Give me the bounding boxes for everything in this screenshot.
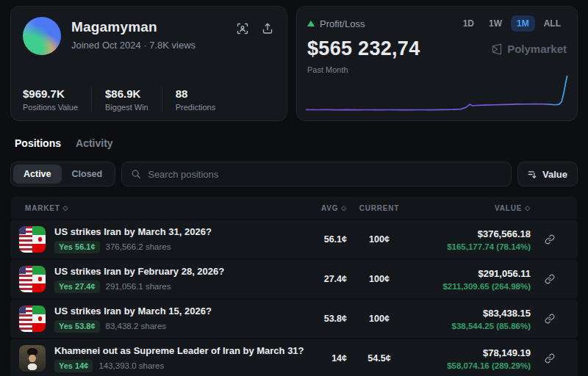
table-row[interactable]: US strikes Iran by March 31, 2026? Yes 5… (10, 220, 578, 258)
table-header: MARKET ◇ AVG ◇ CURRENT VALUE ◇ (10, 197, 578, 219)
range-all-button[interactable]: ALL (538, 15, 567, 32)
filter-active-button[interactable]: Active (13, 164, 62, 184)
tab-activity[interactable]: Activity (76, 137, 113, 149)
position-value: $78,149.19 (400, 347, 531, 358)
link-cell (531, 234, 569, 245)
header-value-label: VALUE (495, 204, 522, 212)
market-title: US strikes Iran by March 15, 2026? (54, 306, 212, 317)
link-icon[interactable] (545, 353, 555, 364)
link-icon[interactable] (545, 234, 555, 245)
outcome-badge: Yes 27.4¢ (54, 281, 100, 293)
stat-value: 88 (176, 87, 215, 100)
market-subline: Yes 53.8¢ 83,438.2 shares (54, 320, 212, 333)
us-iran-flags-icon (19, 266, 46, 292)
header-market-label: MARKET (25, 204, 60, 212)
outcome-badge: Yes 53.8¢ (54, 320, 100, 333)
position-gain: $38,544.25 (85.86%) (400, 322, 531, 330)
link-icon[interactable] (545, 274, 555, 284)
position-gain: $165,177.74 (78.14%) (400, 242, 531, 251)
position-value: $291,056.11 (400, 268, 531, 279)
profile-info: Magamyman Joined Oct 2024 · 7.8K views (71, 17, 235, 51)
table-row[interactable]: US strikes Iran by February 28, 2026? Ye… (10, 260, 578, 298)
header-current: CURRENT (347, 204, 400, 212)
profile-meta: Joined Oct 2024 · 7.8K views (71, 40, 235, 51)
market-cell: US strikes Iran by March 15, 2026? Yes 5… (19, 306, 306, 333)
header-avg[interactable]: AVG ◇ (306, 204, 347, 212)
profile-header: Magamyman Joined Oct 2024 · 7.8K views (23, 17, 275, 55)
shares-count: 83,438.2 shares (106, 322, 166, 330)
sort-icon: ◇ (341, 204, 347, 212)
profile-page: Magamyman Joined Oct 2024 · 7.8K views (0, 0, 588, 376)
polymarket-brand: Polymarket (491, 43, 567, 55)
avatar (23, 17, 61, 55)
current-price: 100¢ (347, 274, 400, 284)
sort-by-value-button[interactable]: Value (517, 162, 578, 187)
stat-label: Positions Value (23, 103, 78, 112)
pnl-card: Profit/Loss 1D 1W 1M ALL $565 232,74 Pol… (296, 6, 578, 121)
header-market[interactable]: MARKET ◇ (25, 204, 306, 212)
face-scan-icon[interactable] (235, 21, 250, 36)
search-icon (131, 169, 141, 179)
market-title: Khamenei out as Supreme Leader of Iran b… (54, 345, 304, 356)
position-value: $83,438.15 (400, 308, 531, 319)
table-row[interactable]: US strikes Iran by March 15, 2026? Yes 5… (10, 300, 578, 338)
market-subline: Yes 56.1¢ 376,566.2 shares (54, 241, 212, 253)
sort-icon: ◇ (63, 204, 69, 212)
tabs-row: Positions Activity (15, 137, 573, 149)
value-cell: $376,566.18 $165,177.74 (78.14%) (400, 228, 531, 251)
link-icon[interactable] (545, 314, 555, 324)
pl-line (306, 76, 567, 110)
table-row[interactable]: Khamenei out as Supreme Leader of Iran b… (10, 339, 578, 376)
profile-stats: $969.7K Positions Value $86.9K Biggest W… (23, 87, 275, 112)
share-icon[interactable] (260, 21, 275, 36)
shares-count: 143,393.0 shares (98, 361, 164, 370)
pnl-amount: $565 232,74 (307, 37, 420, 60)
profile-actions (235, 21, 275, 36)
tab-positions[interactable]: Positions (15, 137, 61, 149)
khamenei-portrait-icon (19, 345, 46, 372)
link-cell (531, 274, 569, 284)
positions-table: MARKET ◇ AVG ◇ CURRENT VALUE ◇ US strike… (10, 197, 578, 376)
triangle-up-icon (307, 21, 315, 26)
stat-label: Predictions (176, 103, 215, 112)
stat-value: $86.9K (105, 87, 148, 100)
avg-price: 56.1¢ (306, 234, 347, 245)
current-price: 100¢ (347, 234, 400, 245)
avg-price: 27.4¢ (306, 274, 347, 284)
top-row: Magamyman Joined Oct 2024 · 7.8K views (10, 6, 578, 121)
range-1d-button[interactable]: 1D (457, 15, 480, 32)
stat-biggest-win: $86.9K Biggest Win (91, 87, 162, 112)
pnl-title: Profit/Loss (320, 18, 365, 29)
range-1m-button[interactable]: 1M (511, 15, 535, 32)
avg-price: 53.8¢ (306, 314, 347, 324)
shares-count: 376,566.2 shares (106, 242, 171, 251)
search-box (121, 162, 512, 187)
pnl-header: Profit/Loss 1D 1W 1M ALL (307, 15, 567, 32)
position-gain: $211,309.65 (264.98%) (400, 282, 531, 291)
value-cell: $291,056.11 $211,309.65 (264.98%) (400, 268, 531, 291)
header-value[interactable]: VALUE ◇ (400, 204, 531, 212)
stat-label: Biggest Win (105, 103, 148, 112)
profile-card: Magamyman Joined Oct 2024 · 7.8K views (10, 6, 287, 121)
market-subline: Yes 14¢ 143,393.0 shares (54, 360, 304, 372)
sort-descending-icon (528, 170, 537, 179)
range-1w-button[interactable]: 1W (483, 15, 508, 32)
value-cell: $83,438.15 $38,544.25 (85.86%) (400, 308, 531, 330)
us-iran-flags-icon (19, 306, 46, 332)
filter-closed-button[interactable]: Closed (62, 164, 113, 184)
pnl-title-group: Profit/Loss (307, 18, 365, 29)
position-value: $376,566.18 (400, 228, 531, 239)
stat-value: $969.7K (23, 87, 78, 100)
link-cell (531, 353, 569, 364)
sort-icon: ◇ (525, 204, 531, 212)
market-cell: US strikes Iran by February 28, 2026? Ye… (19, 266, 306, 293)
stat-predictions: 88 Predictions (162, 87, 229, 112)
market-text: Khamenei out as Supreme Leader of Iran b… (54, 345, 304, 372)
search-input[interactable] (148, 169, 502, 180)
value-cell: $78,149.19 $58,074.16 (289.29%) (400, 347, 531, 370)
outcome-badge: Yes 56.1¢ (54, 241, 100, 253)
market-title: US strikes Iran by February 28, 2026? (54, 266, 224, 277)
us-iran-flags-icon (19, 226, 46, 253)
avg-price: 14¢ (306, 353, 347, 364)
range-group: 1D 1W 1M ALL (457, 15, 567, 32)
